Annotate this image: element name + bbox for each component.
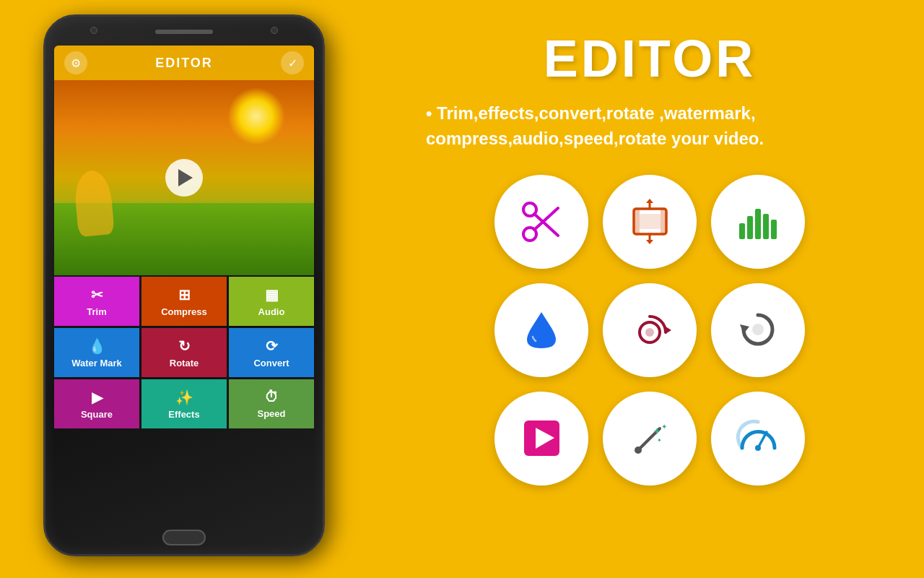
compress-button[interactable]: ⊞ Compress — [141, 277, 227, 326]
play-triangle — [178, 169, 193, 186]
editor-title: EDITOR — [544, 29, 757, 88]
svg-point-25 — [635, 447, 642, 454]
sun-glow — [227, 87, 285, 145]
audio-label: Audio — [258, 306, 285, 317]
svg-rect-7 — [640, 214, 661, 229]
speed-label: Speed — [257, 408, 285, 419]
convert-label: Convert — [253, 358, 289, 368]
speed-icon — [735, 415, 782, 462]
watermark-button[interactable]: 💧 Water Mark — [54, 328, 139, 377]
trim-circle[interactable] — [494, 175, 588, 269]
convert-circle[interactable] — [711, 283, 805, 377]
audio-icon — [735, 198, 782, 245]
icon-grid: ✦ ✦ ✦ — [494, 175, 805, 486]
effects-btn-icon: ✨ — [175, 389, 193, 406]
svg-rect-14 — [755, 209, 761, 239]
compress-circle[interactable] — [603, 175, 697, 269]
compress-label: Compress — [161, 306, 207, 317]
phone-topbar: ⚙ EDITOR ✓ — [54, 46, 314, 80]
svg-text:✦: ✦ — [657, 437, 662, 444]
square-label: Square — [81, 409, 113, 420]
settings-icon[interactable]: ⚙ — [64, 51, 87, 74]
svg-rect-6 — [661, 209, 666, 234]
rotate-cam-icon — [627, 306, 674, 353]
compress-icon — [627, 198, 674, 245]
svg-rect-12 — [739, 223, 745, 239]
feature-line2: compress,audio,speed,rotate your video. — [426, 129, 764, 148]
svg-point-18 — [645, 328, 654, 337]
phone-body: ⚙ EDITOR ✓ ✂ Trim ⊞ Compress ▦ — [43, 14, 325, 556]
check-icon[interactable]: ✓ — [281, 51, 304, 74]
square-btn-icon: ▶ — [92, 389, 103, 406]
compress-btn-icon: ⊞ — [178, 286, 191, 303]
effects-button[interactable]: ✨ Effects — [141, 379, 227, 428]
video-preview[interactable] — [54, 80, 314, 275]
play-button[interactable] — [165, 159, 203, 197]
svg-text:✦: ✦ — [653, 426, 661, 437]
figure-silhouette — [73, 169, 115, 237]
trim-btn-icon: ✂ — [91, 286, 103, 303]
audio-circle[interactable] — [711, 175, 805, 269]
svg-marker-10 — [646, 199, 653, 203]
rotate-btn-icon: ↻ — [178, 337, 191, 355]
svg-rect-15 — [763, 214, 769, 239]
convert-button[interactable]: ⟳ Convert — [229, 328, 314, 377]
front-cam-left — [90, 27, 97, 34]
convert-btn-icon: ⟳ — [266, 337, 278, 355]
speed-btn-icon: ⏱ — [264, 389, 279, 405]
svg-text:✦: ✦ — [661, 423, 667, 431]
speed-circle[interactable] — [711, 392, 805, 486]
effects-icon: ✦ ✦ ✦ — [627, 415, 674, 462]
right-panel: EDITOR • Trim,effects,convert,rotate ,wa… — [383, 0, 917, 578]
feature-line1: • Trim,effects,convert,rotate ,watermark… — [426, 103, 756, 123]
svg-rect-13 — [747, 216, 753, 239]
home-button[interactable] — [162, 530, 206, 545]
watermark-btn-icon: 💧 — [88, 337, 106, 355]
trim-button[interactable]: ✂ Trim — [54, 277, 139, 326]
audio-btn-icon: ▦ — [265, 286, 279, 303]
feature-text: • Trim,effects,convert,rotate ,watermark… — [426, 101, 873, 152]
svg-marker-19 — [666, 327, 671, 334]
front-cam-right — [271, 27, 278, 34]
phone-buttons-grid: ✂ Trim ⊞ Compress ▦ Audio 💧 Water Mark ↻… — [54, 277, 314, 428]
scissors-icon — [518, 198, 565, 245]
rotate-label: Rotate — [170, 358, 199, 368]
speed-button[interactable]: ⏱ Speed — [229, 379, 314, 428]
svg-point-21 — [752, 324, 764, 335]
convert-icon — [735, 306, 782, 353]
watermark-label: Water Mark — [71, 358, 122, 368]
phone-container: ⚙ EDITOR ✓ ✂ Trim ⊞ Compress ▦ — [43, 14, 346, 564]
rotate-circle[interactable] — [603, 283, 697, 377]
square-circle[interactable] — [494, 392, 588, 486]
effects-circle[interactable]: ✦ ✦ ✦ — [603, 392, 697, 486]
svg-rect-5 — [634, 209, 640, 234]
effects-label: Effects — [168, 409, 199, 420]
svg-marker-20 — [740, 324, 749, 334]
square-button[interactable]: ▶ Square — [54, 379, 139, 428]
play-icon — [518, 415, 565, 462]
svg-point-30 — [755, 445, 761, 451]
waterdrop-icon — [518, 306, 565, 353]
trim-label: Trim — [87, 306, 106, 317]
watermark-circle[interactable] — [494, 283, 588, 377]
svg-marker-11 — [646, 240, 653, 244]
topbar-title: EDITOR — [155, 56, 213, 71]
svg-rect-16 — [771, 220, 777, 239]
audio-button[interactable]: ▦ Audio — [229, 277, 314, 326]
rotate-button[interactable]: ↻ Rotate — [141, 328, 227, 377]
phone-speaker — [155, 30, 213, 34]
